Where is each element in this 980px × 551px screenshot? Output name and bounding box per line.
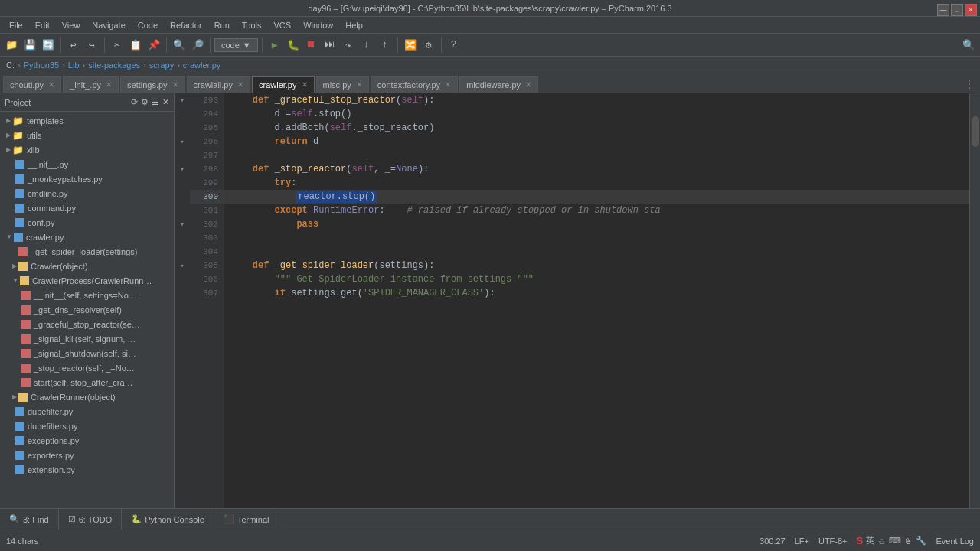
toolbar-project-btn[interactable]: 📁 [3, 37, 20, 54]
tree-item-signal-kill[interactable]: _signal_kill(self, signum, … [0, 331, 174, 346]
menu-refactor[interactable]: Refactor [164, 19, 208, 31]
toolbar-settings-btn[interactable]: ⚙ [420, 37, 437, 54]
tree-item-dupefilters[interactable]: dupefilters.py [0, 419, 174, 433]
tab-chouti-close[interactable]: ✕ [48, 80, 54, 89]
tab-crawler-close[interactable]: ✕ [302, 80, 308, 89]
tree-item-get-dns[interactable]: _get_dns_resolver(self) [0, 302, 174, 317]
menu-window[interactable]: Window [297, 19, 339, 31]
tree-item-crawlerprocess-init[interactable]: __init__(self, settings=No… [0, 288, 174, 302]
toolbar-redo-btn[interactable]: ↪ [83, 37, 100, 54]
path-scrapy[interactable]: scrapy [149, 60, 174, 70]
bottom-tab-todo[interactable]: ☑ 6: TODO [59, 509, 122, 530]
code-line-293[interactable]: def _graceful_stop_reactor(self): [224, 93, 969, 107]
tab-init-close[interactable]: ✕ [106, 80, 112, 89]
tab-middleware-close[interactable]: ✕ [525, 80, 531, 89]
bottom-tab-terminal[interactable]: ⬛ Terminal [214, 509, 279, 530]
tree-item-signal-shutdown[interactable]: _signal_shutdown(self, si… [0, 346, 174, 360]
toolbar-vcs-btn[interactable]: 🔀 [402, 37, 419, 54]
fold-305[interactable]: ▾ [180, 262, 184, 270]
tree-item-monkeypatches[interactable]: _monkeypatches.py [0, 171, 174, 186]
tab-contextfactory[interactable]: contextfactory.py ✕ [371, 76, 458, 93]
tree-hide-icon[interactable]: ✕ [162, 97, 169, 107]
toolbar-run-btn[interactable]: ▶ [266, 37, 283, 54]
menu-file[interactable]: File [3, 19, 29, 31]
tree-item-templates[interactable]: ▶ 📁 templates [0, 113, 174, 128]
toolbar-save-btn[interactable]: 💾 [21, 37, 38, 54]
code-line-307[interactable]: if settings.get('SPIDER_MANAGER_CLASS'): [224, 286, 969, 300]
tree-item-dupefilter[interactable]: dupefilter.py [0, 404, 174, 419]
minimize-button[interactable]: — [937, 4, 949, 16]
bottom-tab-python-console[interactable]: 🐍 Python Console [122, 509, 214, 530]
menu-help[interactable]: Help [339, 19, 369, 31]
tab-misc[interactable]: misc.py ✕ [316, 76, 369, 93]
fold-296[interactable]: ▾ [180, 138, 184, 146]
code-line-301[interactable]: except RuntimeError: # raised if already… [224, 204, 969, 217]
tree-item-xlib[interactable]: ▶ 📁 xlib [0, 142, 174, 157]
toolbar-copy-btn[interactable]: 📋 [127, 37, 144, 54]
toolbar-replace-btn[interactable]: 🔎 [189, 37, 206, 54]
toolbar-code-dropdown[interactable]: code ▼ [214, 38, 258, 52]
menu-view[interactable]: View [56, 19, 87, 31]
maximize-button[interactable]: □ [951, 4, 963, 16]
toolbar-sync-btn[interactable]: 🔄 [40, 37, 57, 54]
fold-298[interactable]: ▾ [180, 165, 184, 174]
tree-item-exporters[interactable]: exporters.py [0, 448, 174, 462]
tree-gear-icon[interactable]: ⚙ [141, 97, 149, 107]
close-button[interactable]: ✕ [965, 4, 977, 16]
tree-item-stop-reactor[interactable]: _stop_reactor(self, _=No… [0, 360, 174, 375]
toolbar-undo-btn[interactable]: ↩ [65, 37, 82, 54]
tree-item-graceful-stop[interactable]: _graceful_stop_reactor(se… [0, 317, 174, 331]
code-line-296[interactable]: return d [224, 135, 969, 148]
code-line-299[interactable]: try: [224, 176, 969, 190]
path-site-packages[interactable]: site-packages [88, 60, 140, 70]
tree-item-start[interactable]: start(self, stop_after_cra… [0, 375, 174, 390]
tree-item-crawler-py[interactable]: ▼ crawler.py [0, 230, 174, 244]
code-line-300[interactable]: reactor.stop() [224, 190, 969, 204]
tab-middleware[interactable]: middleware.py ✕ [459, 76, 538, 93]
tree-item-crawler-class[interactable]: ▶ Crawler(object) [0, 259, 174, 273]
tab-overflow[interactable]: ⋮ [962, 76, 977, 93]
tab-crawlall-close[interactable]: ✕ [237, 80, 243, 89]
tree-item-cmdline[interactable]: cmdline.py [0, 186, 174, 201]
tree-item-get-spider-loader[interactable]: _get_spider_loader(settings) [0, 244, 174, 259]
fold-302[interactable]: ▾ [180, 220, 184, 229]
menu-vcs[interactable]: VCS [268, 19, 298, 31]
path-lib[interactable]: Lib [68, 60, 80, 70]
tree-item-init-py[interactable]: __init__.py [0, 157, 174, 171]
tree-sync-icon[interactable]: ⟳ [131, 97, 138, 107]
tab-settings-close[interactable]: ✕ [172, 80, 178, 89]
menu-code[interactable]: Code [132, 19, 164, 31]
tree-item-crawlerrunner[interactable]: ▶ CrawlerRunner(object) [0, 390, 174, 404]
toolbar-find-btn[interactable]: 🔍 [171, 37, 188, 54]
tree-item-utils[interactable]: ▶ 📁 utils [0, 128, 174, 142]
toolbar-resume-btn[interactable]: ⏭ [322, 37, 338, 54]
toolbar-step-into-btn[interactable]: ↓ [358, 37, 375, 54]
menu-edit[interactable]: Edit [29, 19, 56, 31]
tab-crawlall[interactable]: crawlall.py ✕ [187, 76, 250, 93]
toolbar-help-btn[interactable]: ? [446, 37, 462, 54]
code-line-302[interactable]: pass [224, 217, 969, 231]
tab-misc-close[interactable]: ✕ [356, 80, 362, 89]
toolbar-debug-btn[interactable]: 🐛 [285, 37, 302, 54]
code-line-294[interactable]: d = self.stop() [224, 107, 969, 121]
code-lines[interactable]: def _graceful_stop_reactor(self): d = se… [224, 93, 969, 508]
tree-item-extension[interactable]: extension.py [0, 462, 174, 477]
code-line-295[interactable]: d.addBoth(self._stop_reactor) [224, 121, 969, 135]
menu-tools[interactable]: Tools [236, 19, 268, 31]
toolbar-stop-btn[interactable]: ⏹ [303, 37, 320, 54]
tab-settings[interactable]: settings.py ✕ [120, 76, 185, 93]
code-editor-area[interactable]: ▾ ▾ ▾ ▾ ▾ 293 294 295 296 [175, 93, 980, 508]
code-line-306[interactable]: """ Get SpiderLoader instance from setti… [224, 272, 969, 286]
code-line-305[interactable]: def _get_spider_loader(settings): [224, 259, 969, 272]
path-python35[interactable]: Python35 [24, 60, 59, 70]
vertical-scrollbar[interactable] [969, 93, 980, 508]
toolbar-search-everywhere-btn[interactable]: 🔍 [960, 37, 977, 54]
bottom-tab-find[interactable]: 🔍 3: Find [0, 509, 59, 530]
tree-options-icon[interactable]: ☰ [152, 97, 159, 107]
tab-init[interactable]: _init_.py ✕ [63, 76, 119, 93]
tree-item-conf[interactable]: conf.py [0, 215, 174, 230]
code-line-304[interactable] [224, 245, 969, 259]
tree-item-exceptions[interactable]: exceptions.py [0, 433, 174, 448]
code-line-303[interactable] [224, 231, 969, 245]
tab-contextfactory-close[interactable]: ✕ [445, 80, 451, 89]
